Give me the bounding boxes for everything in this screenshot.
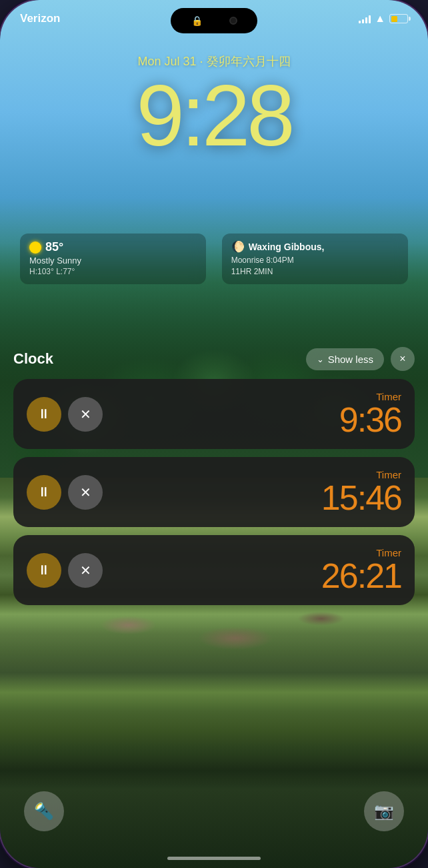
signal-bar-4	[369, 15, 371, 23]
battery-body	[389, 14, 408, 23]
carrier-label: Verizon	[20, 12, 60, 25]
signal-bar-1	[359, 21, 361, 23]
pause-button-2[interactable]: ⏸	[27, 475, 61, 510]
close-button[interactable]: ×	[391, 347, 415, 371]
moonrise-time: Moonrise 8:04PM	[231, 255, 399, 266]
timer-time-2: 15:46	[103, 480, 401, 515]
timer-display-2: Timer 15:46	[103, 469, 401, 515]
front-camera	[229, 17, 237, 25]
clock-header: Clock ⌄ Show less ×	[13, 347, 415, 371]
weather-widget-left: 85° Mostly Sunny H:103° L:77°	[20, 234, 206, 284]
pause-icon-3: ⏸	[37, 562, 51, 578]
weather-temp: 85°	[29, 240, 197, 254]
signal-icon	[359, 14, 371, 23]
flashlight-button[interactable]: 🔦	[24, 791, 64, 831]
battery-level	[391, 16, 397, 22]
chevron-down-icon: ⌄	[317, 354, 324, 364]
timer-item: ⏸ ✕ Timer 9:36	[13, 379, 415, 449]
timer-time-3: 26:21	[103, 558, 401, 593]
battery-icon	[389, 14, 408, 23]
lock-screen: 🔒 Verizon ▲	[0, 0, 428, 868]
show-less-label: Show less	[328, 354, 373, 365]
cancel-icon-1: ✕	[80, 406, 91, 422]
pause-button-3[interactable]: ⏸	[27, 553, 61, 588]
timer-btn-group-3: ⏸ ✕	[27, 553, 103, 588]
timer-display-3: Timer 26:21	[103, 547, 401, 593]
timer-btn-group: ⏸ ✕	[27, 397, 103, 432]
cancel-button-2[interactable]: ✕	[68, 475, 103, 510]
timer-display-1: Timer 9:36	[103, 391, 401, 437]
timer-item-3: ⏸ ✕ Timer 26:21	[13, 535, 415, 605]
cancel-icon-2: ✕	[80, 484, 91, 500]
clock-controls: ⌄ Show less ×	[306, 347, 415, 371]
sun-icon	[29, 242, 41, 254]
status-icons: ▲	[359, 13, 408, 25]
timer-btn-group-2: ⏸ ✕	[27, 475, 103, 510]
cancel-icon-3: ✕	[80, 562, 91, 578]
moon-header: 🌔 Waxing Gibbous,	[231, 240, 399, 253]
signal-bar-3	[365, 17, 367, 23]
home-indicator[interactable]	[167, 857, 261, 860]
cancel-button-1[interactable]: ✕	[68, 397, 103, 432]
time-display: 9:28	[0, 72, 428, 159]
moon-duration: 11HR 2MIN	[231, 266, 399, 278]
flashlight-icon: 🔦	[34, 802, 54, 821]
show-less-button[interactable]: ⌄ Show less	[306, 348, 384, 370]
pause-icon-1: ⏸	[37, 406, 51, 422]
timer-item-2: ⏸ ✕ Timer 15:46	[13, 457, 415, 527]
lock-icon: 🔒	[191, 15, 203, 26]
wifi-icon: ▲	[375, 13, 385, 25]
bottom-controls: 🔦 📷	[0, 791, 428, 831]
close-icon: ×	[399, 353, 405, 365]
moon-phase: Waxing Gibbous,	[249, 242, 325, 252]
moon-icon: 🌔	[231, 240, 245, 253]
moon-details: Moonrise 8:04PM 11HR 2MIN	[231, 255, 399, 278]
weather-widget-right: 🌔 Waxing Gibbous, Moonrise 8:04PM 11HR 2…	[222, 234, 408, 284]
timer-time-1: 9:36	[103, 402, 401, 437]
weather-section: 85° Mostly Sunny H:103° L:77° 🌔 Waxing G…	[20, 234, 408, 284]
pause-button-1[interactable]: ⏸	[27, 397, 61, 432]
cancel-button-3[interactable]: ✕	[68, 553, 103, 588]
camera-button[interactable]: 📷	[364, 791, 404, 831]
datetime-section: Mon Jul 31 · 癸卯年六月十四 9:28	[0, 53, 428, 159]
dynamic-island: 🔒	[171, 8, 257, 33]
camera-icon: 📷	[374, 802, 394, 821]
phone-frame: 🔒 Verizon ▲	[0, 0, 428, 868]
signal-bar-2	[362, 19, 364, 23]
temperature: 85°	[45, 240, 63, 254]
weather-condition: Mostly Sunny	[29, 256, 197, 266]
clock-label: Clock	[13, 350, 53, 368]
pause-icon-2: ⏸	[37, 484, 51, 500]
clock-section: Clock ⌄ Show less × ⏸	[13, 347, 415, 613]
weather-hi-lo: H:103° L:77°	[29, 267, 197, 276]
